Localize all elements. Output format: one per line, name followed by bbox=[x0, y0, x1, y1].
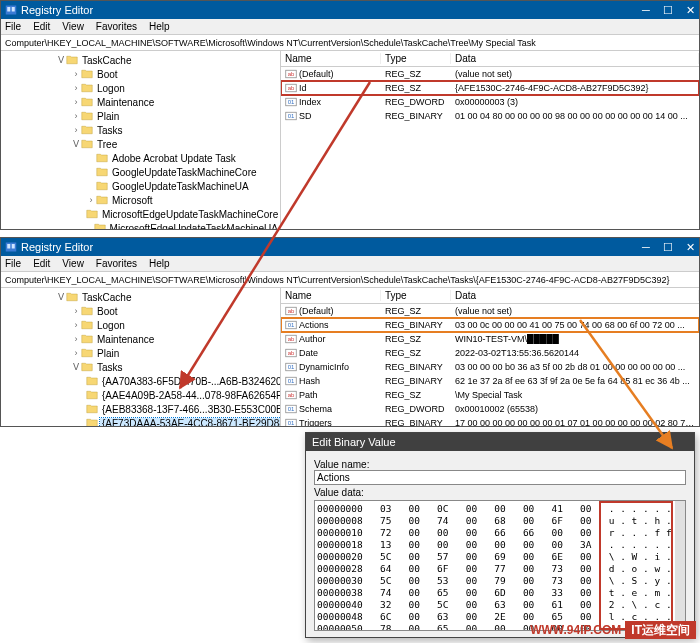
svg-text:ab: ab bbox=[288, 308, 295, 314]
value-row[interactable]: 01DynamicInfoREG_BINARY03 00 00 00 b0 36… bbox=[281, 360, 699, 374]
value-row[interactable]: 01SDREG_BINARY01 00 04 80 00 00 00 00 98… bbox=[281, 109, 699, 123]
value-name-label: Value name: bbox=[314, 459, 686, 470]
svg-rect-2 bbox=[12, 7, 15, 12]
value-row[interactable]: abPathREG_SZ\My Special Task bbox=[281, 388, 699, 402]
svg-text:ab: ab bbox=[288, 85, 295, 91]
menu-view[interactable]: View bbox=[62, 21, 84, 32]
tree-item[interactable]: MicrosoftEdgeUpdateTaskMachineUA bbox=[1, 221, 280, 229]
address-bar-2[interactable]: Computer\HKEY_LOCAL_MACHINE\SOFTWARE\Mic… bbox=[1, 272, 699, 288]
value-row[interactable]: 01ActionsREG_BINARY03 00 0c 00 00 00 41 … bbox=[281, 318, 699, 332]
value-name-input[interactable] bbox=[314, 470, 686, 485]
svg-rect-12 bbox=[7, 244, 10, 249]
window-title-1: Registry Editor bbox=[21, 4, 93, 16]
value-row[interactable]: ab(Default)REG_SZ(value not set) bbox=[281, 304, 699, 318]
close-icon: ✕ bbox=[685, 4, 695, 17]
menu-file[interactable]: File bbox=[5, 21, 21, 32]
tree-item[interactable]: {AA70A383-6F5D-470B-...A6B-B324620D9C75} bbox=[1, 374, 280, 388]
tree-item[interactable]: GoogleUpdateTaskMachineCore bbox=[1, 165, 280, 179]
svg-text:ab: ab bbox=[288, 336, 295, 342]
svg-text:01: 01 bbox=[288, 113, 295, 119]
tree-item[interactable]: {AF73DAAA-53AE-4CC8-8671-BE29D886B057} bbox=[1, 416, 280, 426]
tree-pane-2[interactable]: ᐯTaskCache›Boot›Logon›Maintenance›Plainᐯ… bbox=[1, 288, 281, 426]
window-controls-1[interactable]: ─☐✕ bbox=[641, 4, 695, 17]
dialog-title: Edit Binary Value bbox=[306, 433, 694, 451]
value-list-1[interactable]: NameTypeDataab(Default)REG_SZ(value not … bbox=[281, 51, 699, 229]
svg-text:01: 01 bbox=[288, 322, 295, 328]
watermark: WWW.94IP.COMIT运维空间 bbox=[530, 622, 696, 639]
svg-text:01: 01 bbox=[288, 406, 295, 412]
svg-text:01: 01 bbox=[288, 364, 295, 370]
value-row[interactable]: 01IndexREG_DWORD0x00000003 (3) bbox=[281, 95, 699, 109]
menu-help[interactable]: Help bbox=[149, 21, 170, 32]
address-bar-1[interactable]: Computer\HKEY_LOCAL_MACHINE\SOFTWARE\Mic… bbox=[1, 35, 699, 51]
svg-rect-13 bbox=[12, 244, 15, 249]
tree-pane-1[interactable]: ᐯTaskCache›Boot›Logon›Maintenance›Plain›… bbox=[1, 51, 281, 229]
value-row[interactable]: 01HashREG_BINARY62 1e 37 2a 8f ee 63 3f … bbox=[281, 374, 699, 388]
svg-text:01: 01 bbox=[288, 99, 295, 105]
menu-edit[interactable]: Edit bbox=[33, 21, 50, 32]
svg-text:ab: ab bbox=[288, 71, 295, 77]
titlebar-1: Registry Editor ─☐✕ bbox=[1, 1, 699, 19]
tree-item[interactable]: {AAE4A09B-2A58-44...078-98FA62654F7F} bbox=[1, 388, 280, 402]
min-icon: ─ bbox=[641, 4, 651, 17]
menubar-2[interactable]: File Edit View Favorites Help bbox=[1, 256, 699, 272]
svg-text:ab: ab bbox=[288, 350, 295, 356]
svg-text:ab: ab bbox=[288, 392, 295, 398]
svg-rect-1 bbox=[7, 7, 10, 12]
titlebar-2: Registry Editor ─☐✕ bbox=[1, 238, 699, 256]
value-row[interactable]: abDateREG_SZ2022-03-02T13:55:36.5620144 bbox=[281, 346, 699, 360]
tree-item[interactable]: MicrosoftEdgeUpdateTaskMachineCore bbox=[1, 207, 280, 221]
window-controls-2[interactable]: ─☐✕ bbox=[641, 241, 695, 254]
value-row[interactable]: 01TriggersREG_BINARY17 00 00 00 00 00 00… bbox=[281, 416, 699, 426]
ascii-highlight bbox=[599, 501, 673, 630]
menu-favorites[interactable]: Favorites bbox=[96, 21, 137, 32]
tree-item[interactable]: GoogleUpdateTaskMachineUA bbox=[1, 179, 280, 193]
value-data-label: Value data: bbox=[314, 487, 686, 498]
tree-item[interactable]: ›Microsoft bbox=[1, 193, 280, 207]
tree-item[interactable]: Adobe Acrobat Update Task bbox=[1, 151, 280, 165]
value-row[interactable]: ab(Default)REG_SZ(value not set) bbox=[281, 67, 699, 81]
value-row[interactable]: abAuthorREG_SZWIN10-TEST-VM\█████ bbox=[281, 332, 699, 346]
value-list-2[interactable]: NameTypeDataab(Default)REG_SZ(value not … bbox=[281, 288, 699, 426]
svg-text:01: 01 bbox=[288, 420, 295, 426]
tree-item[interactable]: {AEB83368-13F7-466...3B30-E553C00B5449} bbox=[1, 402, 280, 416]
max-icon: ☐ bbox=[663, 4, 673, 17]
value-row[interactable]: abIdREG_SZ{AFE1530C-2746-4F9C-ACD8-AB27F… bbox=[281, 81, 699, 95]
regedit-icon bbox=[5, 241, 17, 253]
hex-editor[interactable]: 00000000 03 00 0C 00 00 00 41 00 . . . .… bbox=[314, 500, 686, 631]
svg-text:01: 01 bbox=[288, 378, 295, 384]
edit-binary-dialog: Edit Binary Value Value name: Value data… bbox=[305, 432, 695, 638]
menubar-1[interactable]: File Edit View Favorites Help bbox=[1, 19, 699, 35]
regedit-icon bbox=[5, 4, 17, 16]
value-row[interactable]: 01SchemaREG_DWORD0x00010002 (65538) bbox=[281, 402, 699, 416]
window-title-2: Registry Editor bbox=[21, 241, 93, 253]
